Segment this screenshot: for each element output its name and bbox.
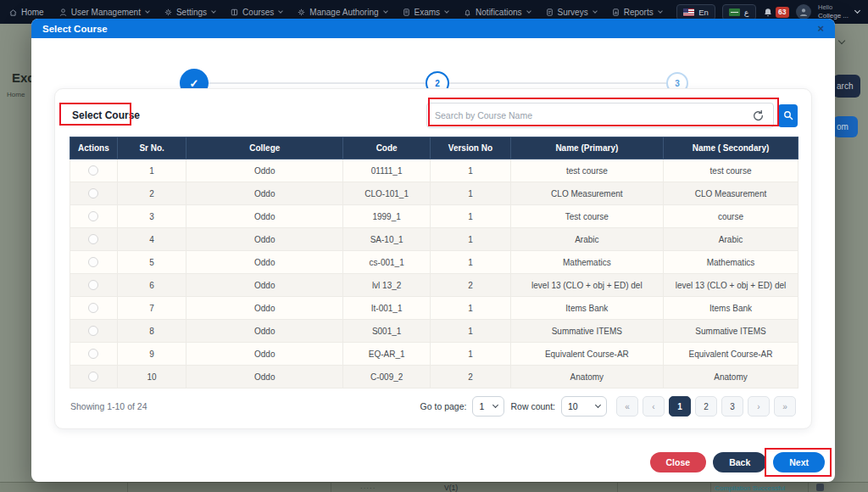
- college-cell: Oddo: [186, 320, 343, 343]
- name-primary-cell: Mathematics: [510, 251, 663, 274]
- sr-no-cell: 2: [117, 182, 186, 205]
- survey-doc-icon: [545, 8, 554, 17]
- refresh-icon[interactable]: [752, 109, 765, 122]
- chevron-down-icon: [492, 402, 498, 408]
- pagination-controls: Go to page: 1 Row count: 10 «‹123›»: [420, 396, 796, 417]
- row-radio-button[interactable]: [88, 303, 98, 313]
- nav-item-label: Manage Authoring: [309, 8, 378, 17]
- version-cell: 1: [431, 228, 510, 251]
- code-cell: 1999_1: [343, 205, 431, 228]
- authoring-gear-icon: [297, 8, 306, 17]
- chevron-down-icon: [526, 8, 531, 14]
- course-table-body: 1Oddo01111_11test coursetest course2Oddo…: [70, 159, 798, 389]
- pager: «‹123›»: [616, 396, 796, 417]
- name-primary-cell: Equivalent Course-AR: [510, 343, 663, 366]
- user-greeting: Hello College ...: [818, 4, 849, 20]
- pager-nav-button[interactable]: ‹: [643, 396, 665, 417]
- version-cell: 1: [431, 182, 510, 205]
- language-ar-button[interactable]: ع: [722, 4, 756, 20]
- background-side-button[interactable]: om: [833, 116, 858, 137]
- nav-item-reports[interactable]: Reports: [611, 8, 662, 17]
- table-header-row: ActionsSr No.CollegeCodeVersion NoName (…: [70, 137, 798, 159]
- name-secondary-cell: Mathematics: [664, 251, 798, 274]
- nav-item-exams[interactable]: Exams: [402, 8, 449, 17]
- actions-cell: [70, 320, 118, 343]
- row-radio-button[interactable]: [88, 280, 98, 290]
- row-count-value: 10: [568, 401, 578, 411]
- row-radio-button[interactable]: [88, 326, 98, 336]
- actions-cell: [70, 251, 118, 274]
- pager-nav-button[interactable]: ›: [748, 396, 770, 417]
- nav-item-label: Exams: [415, 8, 441, 17]
- row-radio-button[interactable]: [88, 211, 98, 221]
- close-button[interactable]: Close: [650, 452, 707, 472]
- pager-nav-button[interactable]: »: [774, 396, 796, 417]
- college-cell: Oddo: [186, 343, 343, 366]
- actions-cell: [70, 274, 118, 297]
- pager-nav-button[interactable]: «: [616, 396, 638, 417]
- code-cell: It-001_1: [343, 297, 431, 320]
- chevron-down-icon: [211, 8, 216, 14]
- profile-dropdown-caret-icon[interactable]: [854, 8, 860, 14]
- background-search-button[interactable]: arch: [833, 75, 860, 98]
- nav-item-surveys[interactable]: Surveys: [545, 8, 597, 17]
- next-button[interactable]: Next: [773, 452, 825, 472]
- row-count-select[interactable]: 10: [561, 396, 607, 417]
- modal-header: Select Course ×: [31, 19, 835, 38]
- actions-cell: [70, 228, 118, 251]
- background-version-text: V(1): [444, 484, 458, 492]
- row-radio-button[interactable]: [88, 349, 98, 359]
- sr-no-cell: 6: [117, 274, 186, 297]
- pager-page-2[interactable]: 2: [695, 396, 717, 417]
- row-radio-button[interactable]: [88, 165, 98, 176]
- actions-cell: [70, 343, 118, 366]
- nav-item-label: Settings: [176, 8, 207, 17]
- search-button[interactable]: [778, 104, 798, 127]
- column-header: Name ( Secondary): [664, 137, 798, 159]
- user-avatar[interactable]: [796, 4, 811, 20]
- table-row: 3Oddo1999_11Test coursecourse: [70, 205, 798, 228]
- chevron-down-icon: [595, 402, 601, 408]
- saudi-flag-icon: [729, 8, 740, 16]
- chevron-down-icon: [383, 8, 388, 14]
- chevron-down-icon: [279, 8, 284, 14]
- name-secondary-cell: level 13 (CLO + obj + ED) del: [664, 274, 798, 297]
- row-radio-button[interactable]: [88, 372, 98, 382]
- row-radio-button[interactable]: [88, 257, 98, 267]
- search-zone: [426, 103, 798, 128]
- modal-title: Select Course: [42, 24, 108, 34]
- notifications-bell-button[interactable]: 63: [763, 7, 789, 18]
- nav-item-home[interactable]: Home: [8, 8, 44, 17]
- row-radio-button[interactable]: [88, 188, 98, 198]
- chevron-down-icon: [444, 8, 449, 14]
- home-icon: [8, 8, 18, 17]
- name-primary-cell: Arabic: [510, 228, 663, 251]
- background-collapse-chevron-icon[interactable]: [838, 37, 845, 44]
- column-header: Actions: [70, 137, 118, 159]
- pager-page-1[interactable]: 1: [669, 396, 691, 417]
- nav-item-courses[interactable]: Courses: [230, 8, 282, 17]
- pager-page-3[interactable]: 3: [721, 396, 743, 417]
- language-en-button[interactable]: En: [676, 4, 715, 20]
- greeting-hello: Hello: [818, 4, 849, 12]
- back-button[interactable]: Back: [713, 452, 766, 472]
- table-row: 10OddoC-009_22AnatomyAnatomy: [70, 366, 798, 389]
- table-row: 8OddoS001_11Summative ITEMSSummative ITE…: [70, 320, 798, 343]
- step-connector: [449, 82, 666, 84]
- row-radio-button[interactable]: [88, 234, 98, 244]
- nav-item-notifications[interactable]: Notifications: [463, 8, 530, 17]
- modal-close-icon[interactable]: ×: [817, 23, 824, 34]
- course-search-input[interactable]: [435, 110, 752, 120]
- actions-cell: [70, 297, 118, 320]
- college-cell: Oddo: [186, 366, 343, 389]
- go-to-page-select[interactable]: 1: [472, 396, 504, 417]
- code-cell: CLO-101_1: [343, 182, 431, 205]
- background-eye-icon: [816, 484, 824, 491]
- go-to-page-label: Go to page:: [420, 401, 467, 411]
- nav-item-settings[interactable]: Settings: [164, 8, 215, 17]
- row-count-label: Row count:: [510, 401, 555, 411]
- code-cell: SA-10_1: [343, 228, 431, 251]
- nav-item-user-management[interactable]: User Management: [58, 8, 149, 17]
- nav-item-manage-authoring[interactable]: Manage Authoring: [297, 8, 387, 17]
- name-secondary-cell: course: [664, 205, 798, 228]
